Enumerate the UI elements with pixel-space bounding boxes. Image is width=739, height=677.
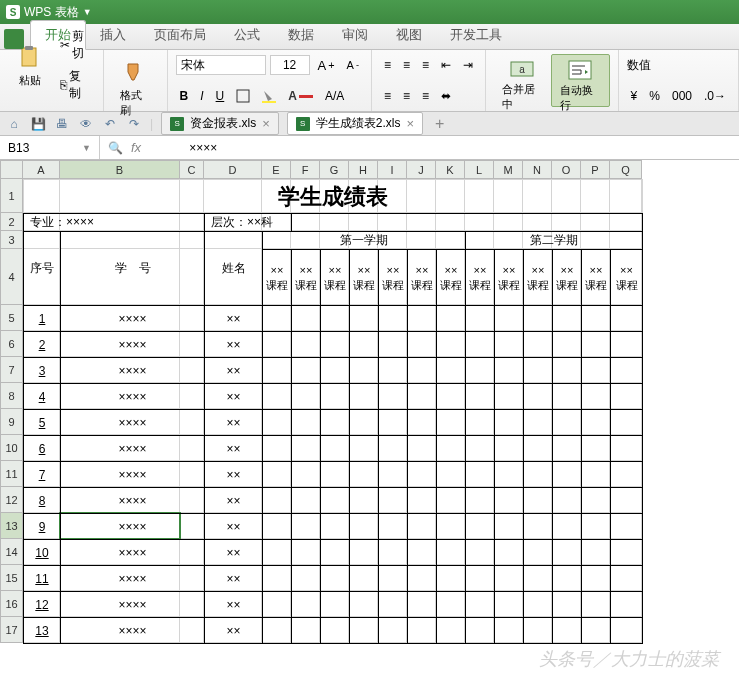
spreadsheet[interactable]: ABCDEFGHIJKLMNOPQ12345678910111213141516…	[0, 160, 739, 643]
align-left-icon[interactable]: ≡	[380, 87, 395, 105]
cell-score[interactable]	[408, 436, 437, 462]
cell-score[interactable]	[321, 384, 350, 410]
cell-score[interactable]	[524, 436, 553, 462]
phonetic-button[interactable]: A/A	[321, 87, 348, 105]
cell-score[interactable]	[466, 566, 495, 592]
cell-score[interactable]	[466, 514, 495, 540]
save-icon[interactable]: 💾	[30, 116, 46, 132]
cell-student-id[interactable]: ××××	[61, 462, 205, 488]
indent-decrease-icon[interactable]: ⇤	[437, 56, 455, 74]
col-header-D[interactable]: D	[204, 161, 262, 179]
cell-score[interactable]	[263, 358, 292, 384]
cell-score[interactable]	[611, 384, 643, 410]
cell-score[interactable]	[408, 384, 437, 410]
cell-score[interactable]	[292, 384, 321, 410]
align-middle-icon[interactable]: ≡	[399, 56, 414, 74]
cell-score[interactable]	[524, 514, 553, 540]
cell-score[interactable]	[350, 332, 379, 358]
cell-score[interactable]	[321, 566, 350, 592]
col-header-C[interactable]: C	[180, 161, 204, 179]
cell-score[interactable]	[321, 436, 350, 462]
cell-score[interactable]	[553, 618, 582, 644]
row-header-3[interactable]: 3	[1, 231, 23, 249]
cell-score[interactable]	[350, 358, 379, 384]
font-family-select[interactable]	[176, 55, 266, 75]
cell-seq[interactable]: 2	[24, 332, 61, 358]
cell-seq[interactable]: 11	[24, 566, 61, 592]
cell-seq[interactable]: 1	[24, 306, 61, 332]
cell-score[interactable]	[350, 462, 379, 488]
cell-score[interactable]	[379, 358, 408, 384]
cell-score[interactable]	[553, 514, 582, 540]
close-icon[interactable]: ×	[406, 116, 414, 131]
cell-student-id[interactable]: ××××	[61, 540, 205, 566]
copy-button[interactable]: ⎘复制	[56, 66, 95, 104]
cell-score[interactable]	[379, 540, 408, 566]
cell-score[interactable]	[408, 462, 437, 488]
cell-score[interactable]	[292, 410, 321, 436]
cell-score[interactable]	[379, 488, 408, 514]
col-header-G[interactable]: G	[320, 161, 349, 179]
cell-score[interactable]	[408, 410, 437, 436]
cell-score[interactable]	[524, 488, 553, 514]
comma-button[interactable]: 000	[668, 87, 696, 105]
cell-score[interactable]	[466, 462, 495, 488]
cell-score[interactable]	[292, 540, 321, 566]
search-icon[interactable]: 🔍	[108, 141, 123, 155]
cell-score[interactable]	[466, 306, 495, 332]
cell-score[interactable]	[582, 514, 611, 540]
cell-score[interactable]	[263, 514, 292, 540]
cell-score[interactable]	[437, 462, 466, 488]
home-icon[interactable]: ⌂	[6, 116, 22, 132]
cell-score[interactable]	[524, 384, 553, 410]
cell-score[interactable]	[495, 514, 524, 540]
cell-score[interactable]	[321, 592, 350, 618]
cell-score[interactable]	[553, 566, 582, 592]
cell-score[interactable]	[437, 488, 466, 514]
col-header-O[interactable]: O	[552, 161, 581, 179]
cell-score[interactable]	[263, 618, 292, 644]
cell-name[interactable]: ××	[205, 332, 263, 358]
cell-score[interactable]	[553, 410, 582, 436]
cell-score[interactable]	[292, 488, 321, 514]
cell-score[interactable]	[611, 358, 643, 384]
cell-score[interactable]	[466, 488, 495, 514]
cell-name[interactable]: ××	[205, 436, 263, 462]
increase-font-button[interactable]: A+	[314, 56, 339, 75]
cell-score[interactable]	[524, 410, 553, 436]
cell-score[interactable]	[495, 306, 524, 332]
row-header-15[interactable]: 15	[1, 565, 23, 591]
align-bottom-icon[interactable]: ≡	[418, 56, 433, 74]
tab-review[interactable]: 审阅	[328, 21, 382, 49]
merge-center-button[interactable]: a 合并居中	[494, 54, 551, 107]
cell-score[interactable]	[263, 488, 292, 514]
row-header-13[interactable]: 13	[1, 513, 23, 539]
align-center-icon[interactable]: ≡	[399, 87, 414, 105]
cell-score[interactable]	[611, 514, 643, 540]
cell-score[interactable]	[263, 566, 292, 592]
italic-button[interactable]: I	[196, 87, 207, 105]
cell-score[interactable]	[524, 618, 553, 644]
tab-layout[interactable]: 页面布局	[140, 21, 220, 49]
cell-student-id[interactable]: ××××	[61, 592, 205, 618]
border-button[interactable]	[232, 87, 254, 105]
cell-score[interactable]	[582, 410, 611, 436]
cell-score[interactable]	[350, 436, 379, 462]
cell-student-id[interactable]: ××××	[61, 358, 205, 384]
cell-score[interactable]	[524, 592, 553, 618]
row-header-1[interactable]: 1	[1, 179, 23, 213]
cell-score[interactable]	[292, 462, 321, 488]
row-header-10[interactable]: 10	[1, 435, 23, 461]
row-header-5[interactable]: 5	[1, 305, 23, 331]
cell-seq[interactable]: 10	[24, 540, 61, 566]
doc-tab-2[interactable]: S 学生成绩表2.xls ×	[287, 112, 423, 135]
cell-student-id[interactable]: ××××	[61, 618, 205, 644]
cell-score[interactable]	[611, 618, 643, 644]
cell-score[interactable]	[553, 358, 582, 384]
cell-score[interactable]	[524, 462, 553, 488]
format-painter-button[interactable]: 格式刷	[112, 54, 158, 122]
cell-score[interactable]	[611, 566, 643, 592]
chevron-down-icon[interactable]: ▼	[82, 143, 91, 153]
cell-score[interactable]	[321, 410, 350, 436]
cell-score[interactable]	[292, 306, 321, 332]
